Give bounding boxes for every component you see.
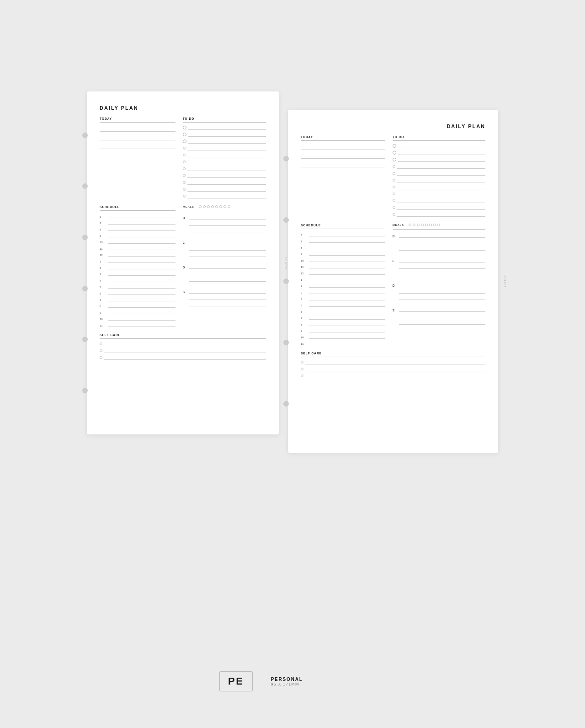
r-todo-line <box>398 157 485 162</box>
r-meal-d-row2 <box>393 289 485 294</box>
side-dot <box>82 133 88 138</box>
todo-circle-sm <box>183 188 186 191</box>
todo-line <box>188 132 266 137</box>
right-schedule-label: SCHEDULE <box>301 224 385 227</box>
meal-s-row3 <box>183 302 266 306</box>
today-underline <box>100 122 176 123</box>
r-sched-line <box>309 315 385 320</box>
self-care-item-2 <box>100 348 266 353</box>
r-hour-1: 1 <box>301 278 307 281</box>
r-todo-line <box>397 198 485 203</box>
r-schedule-row-6: 6 <box>301 232 385 236</box>
left-self-care-section: SELF CARE <box>100 333 266 360</box>
todo-item-sm-5 <box>183 173 266 178</box>
todo-circle-lg <box>183 133 186 136</box>
schedule-row-9pm: 9 <box>100 310 176 314</box>
todo-item-sm-2 <box>183 153 266 157</box>
todo-line <box>187 180 266 185</box>
r-meal-l-letter: L <box>393 259 397 262</box>
todo-item-3 <box>183 139 266 144</box>
sched-line <box>108 316 176 321</box>
r-meal-l-line <box>399 258 485 262</box>
r-todo-circle-sm <box>393 199 395 202</box>
todo-item-sm-8 <box>183 194 266 198</box>
hour-2: 2 <box>100 267 106 269</box>
meal-l-line2 <box>189 246 266 251</box>
r-schedule-row-7: 7 <box>301 238 385 243</box>
left-header-cols: TODAY TO DO <box>100 117 266 201</box>
meal-b-letter: B <box>183 216 187 219</box>
right-meals-circles <box>409 224 440 226</box>
sched-line <box>108 265 176 269</box>
r-schedule-row-8: 8 <box>301 245 385 249</box>
schedule-row-11: 11 <box>100 246 176 250</box>
r-schedule-row-9: 9 <box>301 251 385 256</box>
schedule-row-7pm: 7 <box>100 297 176 301</box>
sc-line-2 <box>104 348 266 353</box>
hour-3: 3 <box>100 273 106 276</box>
meal-s-line <box>189 289 266 294</box>
hour-7pm: 7 <box>100 299 106 301</box>
r-sched-line <box>309 238 385 243</box>
sched-line <box>108 284 176 289</box>
schedule-row-6pm: 6 <box>100 290 176 295</box>
r-schedule-row-5: 5 <box>301 302 385 307</box>
side-dot <box>283 278 289 284</box>
meal-circle-5 <box>215 205 218 208</box>
r-hour-9: 9 <box>301 253 307 256</box>
todo-item-sm-3 <box>183 160 266 164</box>
left-plan-title: DAILY PLAN <box>100 105 266 111</box>
right-todo-label: TO DO <box>393 135 485 139</box>
r-meal-l-row2 <box>393 264 485 269</box>
sched-line <box>108 214 176 218</box>
r-todo-item-2 <box>393 150 485 155</box>
r-sched-line <box>309 245 385 249</box>
personal-info: PERSONAL 95 X 171MM <box>271 677 303 686</box>
hour-6pm: 6 <box>100 292 106 295</box>
r-schedule-row-2: 2 <box>301 283 385 288</box>
r-schedule-row-3: 3 <box>301 289 385 294</box>
todo-line <box>187 153 266 157</box>
r-todo-circle-lg <box>393 151 396 155</box>
meal-s-row: S <box>183 289 266 294</box>
right-meals-label: MEALS <box>393 224 404 226</box>
r-meal-circle-6 <box>429 224 432 226</box>
self-care-circle-2 <box>100 349 102 352</box>
left-meals-col: MEALS B <box>183 205 266 329</box>
r-meal-circle-5 <box>425 224 428 226</box>
r-meal-d-letter: D <box>393 284 397 287</box>
r-meal-b-letter: B <box>393 235 397 238</box>
meals-underline <box>183 211 266 211</box>
meal-d-row2 <box>183 271 266 275</box>
schedule-row-8: 8 <box>100 226 176 231</box>
sched-line <box>108 310 176 314</box>
todo-circle-sm <box>183 181 186 184</box>
r-schedule-row-1: 1 <box>301 277 385 281</box>
r-meal-circle-8 <box>437 224 440 226</box>
todo-circle-sm <box>183 195 186 198</box>
right-today-underline <box>301 140 385 141</box>
meal-b-row2 <box>183 221 266 226</box>
today-line-1 <box>100 125 176 132</box>
r-schedule-row-11pm: 11 <box>301 341 385 345</box>
meal-d-row3 <box>183 277 266 282</box>
r-hour-11pm: 11 <box>301 343 307 345</box>
r-sc-line-3 <box>305 374 485 378</box>
r-hour-10: 10 <box>301 259 307 262</box>
r-hour-12: 12 <box>301 272 307 275</box>
r-meal-d-line2 <box>399 289 485 294</box>
r-todo-circle-sm <box>393 186 395 188</box>
r-todo-item-1 <box>393 144 485 148</box>
r-meal-circle-2 <box>413 224 415 226</box>
sched-line <box>108 271 176 276</box>
todo-line <box>187 173 266 178</box>
todo-circle-lg <box>183 139 186 143</box>
r-meal-circle-3 <box>417 224 420 226</box>
hour-8: 8 <box>100 228 106 231</box>
r-schedule-row-10: 10 <box>301 257 385 262</box>
todo-line <box>187 160 266 164</box>
todo-item-2 <box>183 132 266 137</box>
meal-l-row: L <box>183 240 266 244</box>
r-meal-s-line2 <box>399 314 485 318</box>
r-sc-line-2 <box>305 367 485 371</box>
